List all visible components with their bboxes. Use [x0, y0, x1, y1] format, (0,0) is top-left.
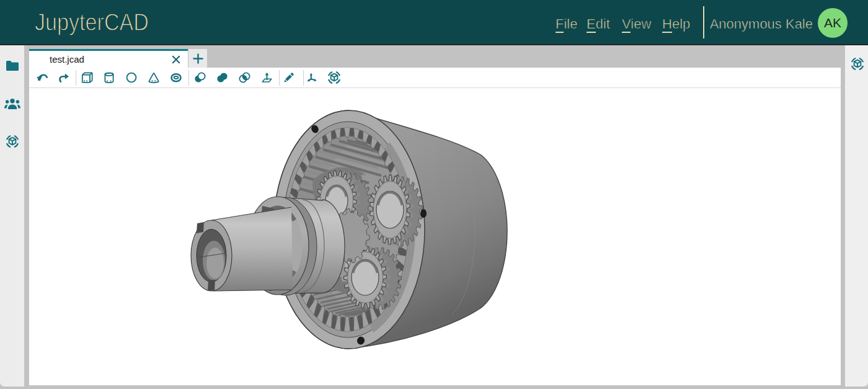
svg-text:JupyterCAD: JupyterCAD — [35, 9, 149, 35]
